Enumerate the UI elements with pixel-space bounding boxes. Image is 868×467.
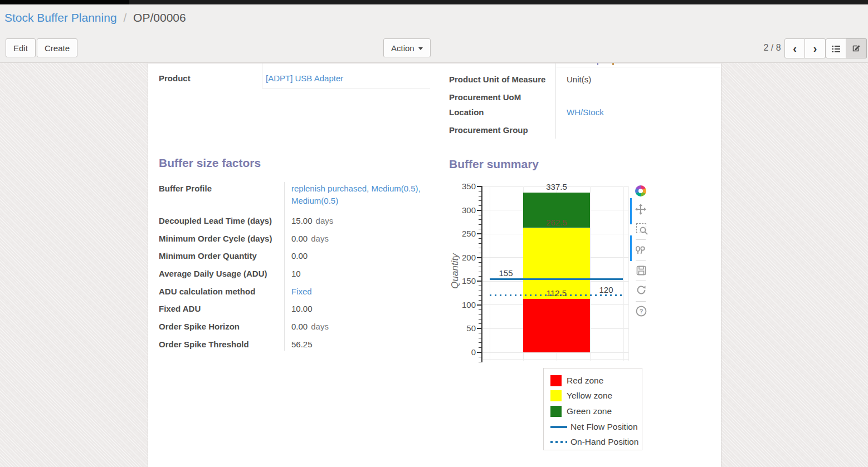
buffer-factors-table: Buffer Profile replenish purchased, Medi… [159, 181, 436, 355]
modebar-highlight-bar [630, 198, 632, 224]
top-navbar-active-segment [0, 0, 129, 4]
factor-row-buffer-profile: Buffer Profile replenish purchased, Medi… [159, 181, 436, 213]
edit-button[interactable]: Edit [6, 38, 36, 57]
adu-method-link[interactable]: Fixed [291, 284, 436, 298]
factor-value: 56.25 [291, 337, 436, 351]
field-label-procurement-group: Procurement Group [449, 125, 561, 136]
factor-label: ADU calculation method [159, 284, 284, 298]
y-axis-line [481, 186, 482, 362]
save-image-icon[interactable] [635, 264, 648, 277]
location-link[interactable]: WH/Stock [567, 107, 604, 118]
field-label-product-uom: Product Unit of Measure [449, 74, 561, 85]
pager-counter: 2 / 8 [762, 43, 782, 53]
row-divider [555, 67, 720, 67]
factor-row-spike-threshold: Order Spike Threshold 56.25 [159, 337, 436, 355]
control-panel: Stock Buffer Planning / OP/00006 Edit Cr… [0, 4, 868, 63]
factor-row-fixed-adu: Fixed ADU 10.00 [159, 301, 436, 319]
factor-label: Minimum Order Cycle (days) [159, 231, 284, 245]
product-link[interactable]: [ADPT] USB Adapter [266, 73, 343, 84]
product-uom-value: Unit(s) [567, 74, 591, 85]
factor-value: 0.00 [291, 248, 436, 262]
factor-label: Average Daily Usage (ADU) [159, 266, 284, 280]
factor-label: Order Spike Threshold [159, 337, 284, 351]
factor-row-min-order-cycle: Minimum Order Cycle (days) 0.00days [159, 231, 436, 249]
field-label-location: Location [449, 107, 561, 118]
previous-record-button[interactable]: ‹ [784, 38, 805, 58]
create-button[interactable]: Create [37, 38, 77, 57]
legend-item-red-zone[interactable]: Red zone [550, 373, 642, 389]
field-row-location: Location WH/Stock [449, 104, 721, 118]
legend-item-green-zone[interactable]: Green zone [550, 404, 642, 419]
top-navbar [0, 0, 868, 4]
next-record-button[interactable]: › [805, 38, 826, 58]
legend-item-on-hand-position[interactable]: On-Hand Position [550, 434, 642, 450]
factor-label: Decoupled Lead Time (days) [159, 213, 284, 227]
factor-label: Fixed ADU [159, 301, 284, 315]
reset-axes-icon[interactable] [635, 283, 648, 297]
chart-legend: Red zoneYellow zoneGreen zoneNet Flow Po… [543, 368, 642, 450]
view-switcher [826, 38, 867, 58]
clipped-text-fragment [612, 63, 614, 65]
compare-hover-icon[interactable] [633, 243, 647, 257]
legend-swatch [550, 406, 562, 417]
field-row-product-uom: Product Unit of Measure Unit(s) [449, 71, 721, 85]
action-dropdown-button[interactable]: Action [383, 38, 431, 57]
list-view-button[interactable] [826, 38, 846, 58]
breadcrumb-parent-link[interactable]: Stock Buffer Planning [4, 11, 117, 24]
legend-label: Net Flow Position [570, 422, 638, 432]
y-axis-title: Quantity [450, 215, 462, 327]
breadcrumb: Stock Buffer Planning / OP/00006 [4, 11, 186, 24]
pan-icon[interactable] [634, 203, 647, 216]
modebar-separator [636, 281, 646, 281]
field-row-product: Product [ADPT] USB Adapter [159, 70, 437, 84]
clipped-text-fragment [597, 63, 598, 65]
breadcrumb-current: OP/00006 [133, 11, 186, 24]
legend-swatch [550, 390, 562, 401]
stock-buffer-planning-page: Stock Buffer Planning / OP/00006 Edit Cr… [0, 0, 868, 467]
legend-item-yellow-zone[interactable]: Yellow zone [550, 389, 642, 404]
unit-suffix: days [311, 234, 329, 243]
buffer-size-factors-title: Buffer size factors [159, 156, 261, 170]
legend-swatch [550, 426, 567, 428]
unit-suffix: days [316, 216, 334, 225]
modebar-separator [636, 301, 646, 302]
factor-value: 10.00 [291, 301, 436, 315]
factor-row-adu: Average Daily Usage (ADU) 10 [159, 266, 436, 284]
legend-label: Red zone [567, 376, 603, 386]
record-pager: ‹ › [784, 38, 826, 58]
legend-label: Green zone [567, 406, 612, 416]
factor-row-spike-horizon: Order Spike Horizon 0.00days [159, 319, 436, 337]
form-view-button[interactable] [846, 38, 867, 58]
field-underline [262, 88, 430, 89]
legend-label: On-Hand Position [570, 437, 638, 447]
action-label: Action [391, 43, 415, 53]
factor-row-min-order-qty: Minimum Order Quantity 0.00 [159, 248, 436, 266]
factor-row-adu-method: ADU calculation method Fixed [159, 284, 436, 302]
legend-label: Yellow zone [567, 391, 612, 401]
zoom-icon[interactable] [635, 222, 648, 235]
factor-value: 0.00days [291, 231, 436, 245]
factor-label: Minimum Order Quantity [159, 248, 284, 262]
modebar-separator [636, 239, 646, 240]
buffer-summary-title: Buffer summary [449, 158, 539, 171]
legend-item-net-flow-position[interactable]: Net Flow Position [550, 419, 642, 435]
factor-label: Order Spike Horizon [159, 319, 284, 333]
field-label-product: Product [159, 73, 262, 84]
modebar-highlight-bar [630, 235, 632, 261]
modebar-separator [636, 260, 646, 261]
field-row-procurement-group: Procurement Group [449, 121, 721, 136]
buffer-profile-link[interactable]: replenish purchased, Medium(0.5), Medium… [291, 181, 436, 207]
factor-row-dlt: Decoupled Lead Time (days) 15.00days [159, 213, 436, 231]
svg-text:?: ? [640, 308, 643, 314]
form-edit-icon [852, 43, 861, 52]
plotly-logo-icon[interactable] [634, 184, 647, 198]
caret-down-icon [418, 47, 423, 50]
unit-suffix: days [311, 322, 329, 331]
help-icon[interactable]: ? [635, 304, 648, 318]
legend-swatch [550, 441, 567, 443]
legend-swatch [550, 375, 562, 386]
breadcrumb-separator: / [123, 11, 126, 24]
factor-value: 0.00days [291, 319, 436, 333]
factor-label: Buffer Profile [159, 181, 284, 195]
factor-value: 10 [291, 266, 436, 280]
